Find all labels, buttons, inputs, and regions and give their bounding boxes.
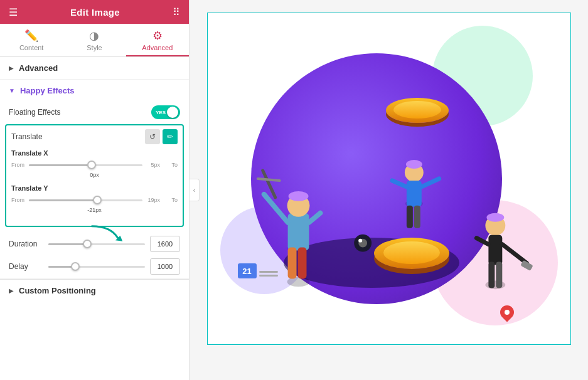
advanced-icon: ⚙ bbox=[152, 29, 163, 43]
toggle-yes-text: YES bbox=[156, 110, 166, 115]
pin-container bbox=[500, 305, 514, 319]
header-title: Edit Image bbox=[70, 7, 120, 18]
duration-row: Duration 1600 bbox=[0, 233, 189, 256]
delay-label: Delay bbox=[9, 262, 43, 271]
svg-point-13 bbox=[405, 160, 422, 169]
svg-rect-14 bbox=[406, 181, 421, 207]
translate-x-current: 0px bbox=[11, 172, 178, 178]
svg-line-18 bbox=[392, 181, 406, 187]
translate-refresh-button[interactable]: ↺ bbox=[145, 129, 160, 144]
delay-track bbox=[48, 266, 145, 268]
translate-y-slider-row: From 19px To bbox=[11, 194, 178, 206]
svg-line-17 bbox=[421, 179, 439, 187]
content-icon: ✏️ bbox=[24, 29, 38, 43]
translate-y-current: -21px bbox=[11, 207, 178, 213]
left-panel: ☰ Edit Image ⠿ ✏️ Content ◑ Style ⚙ Adva… bbox=[0, 0, 190, 380]
badge-number: 21 bbox=[242, 267, 251, 276]
section-advanced[interactable]: ▶ Advanced bbox=[0, 57, 189, 80]
tab-content-label: Content bbox=[19, 44, 44, 51]
dash-line-1 bbox=[259, 271, 278, 273]
right-area: 21 bbox=[190, 0, 588, 380]
section-happy-effects: ▼ Happy Effects Floating Effects YES Tra… bbox=[0, 80, 189, 279]
translate-x-thumb[interactable] bbox=[87, 161, 96, 169]
custom-pos-label: Custom Positioning bbox=[19, 286, 96, 295]
hamburger-icon[interactable]: ☰ bbox=[9, 6, 18, 18]
delay-slider[interactable] bbox=[48, 261, 145, 272]
collapse-panel-button[interactable]: ‹ bbox=[190, 179, 200, 201]
duration-thumb[interactable] bbox=[83, 240, 92, 248]
translate-x-row: Translate X From 5px To 0px bbox=[11, 149, 178, 178]
svg-line-25 bbox=[502, 245, 527, 263]
floating-effects-label: Floating Effects bbox=[9, 108, 61, 117]
svg-point-30 bbox=[358, 239, 362, 243]
svg-rect-24 bbox=[496, 261, 502, 288]
translate-x-slider[interactable] bbox=[29, 159, 142, 171]
delay-row: Delay 1000 bbox=[0, 256, 189, 278]
header: ☰ Edit Image ⠿ bbox=[0, 0, 189, 24]
characters-svg bbox=[208, 13, 570, 344]
svg-line-10 bbox=[309, 213, 320, 223]
panel-body: ▶ Advanced ▼ Happy Effects Floating Effe… bbox=[0, 57, 189, 380]
translate-edit-button[interactable]: ✏ bbox=[163, 129, 178, 144]
svg-rect-8 bbox=[287, 248, 296, 279]
tab-style[interactable]: ◑ Style bbox=[63, 24, 126, 56]
svg-line-7 bbox=[257, 179, 279, 181]
toggle-knob bbox=[167, 107, 178, 118]
svg-point-21 bbox=[486, 213, 504, 222]
custom-positioning[interactable]: ▶ Custom Positioning bbox=[0, 279, 189, 302]
translate-x-fill bbox=[29, 164, 92, 166]
svg-point-19 bbox=[485, 280, 505, 289]
style-icon: ◑ bbox=[89, 29, 99, 43]
svg-rect-2 bbox=[287, 213, 309, 251]
duration-input[interactable]: 1600 bbox=[150, 236, 180, 252]
translate-x-to-label: To bbox=[163, 162, 178, 168]
translate-x-label: Translate X bbox=[11, 149, 178, 157]
translate-actions: ↺ ✏ bbox=[145, 129, 178, 144]
translate-box: Translate ↺ ✏ Translate X From bbox=[5, 124, 184, 227]
svg-rect-15 bbox=[406, 206, 412, 228]
happy-effects-label: Happy Effects bbox=[20, 86, 75, 95]
advanced-section-label: Advanced bbox=[19, 63, 58, 73]
translate-y-from-label: From bbox=[11, 197, 26, 203]
translate-y-slider[interactable] bbox=[29, 194, 142, 206]
translate-header: Translate ↺ ✏ bbox=[11, 129, 178, 144]
svg-rect-23 bbox=[488, 261, 494, 288]
floating-effects-toggle[interactable]: YES bbox=[151, 105, 180, 119]
translate-x-slider-row: From 5px To bbox=[11, 159, 178, 171]
svg-point-4 bbox=[288, 191, 308, 201]
custom-pos-arrow-icon: ▶ bbox=[9, 287, 14, 294]
pin-dot bbox=[505, 310, 510, 315]
svg-rect-9 bbox=[297, 248, 306, 279]
translate-y-label: Translate Y bbox=[11, 184, 178, 192]
translate-y-fill bbox=[29, 199, 97, 201]
happy-effects-header[interactable]: ▼ Happy Effects bbox=[0, 80, 189, 102]
delay-input[interactable]: 1000 bbox=[150, 258, 180, 275]
grid-icon[interactable]: ⠿ bbox=[173, 6, 180, 18]
tabs-bar: ✏️ Content ◑ Style ⚙ Advanced bbox=[0, 24, 189, 57]
translate-y-thumb[interactable] bbox=[93, 196, 102, 204]
duration-slider[interactable] bbox=[48, 238, 145, 250]
translate-y-to-label: To bbox=[163, 197, 178, 203]
translate-y-value: 19px bbox=[145, 197, 160, 203]
duration-label: Duration bbox=[9, 240, 43, 248]
delay-thumb[interactable] bbox=[71, 262, 80, 271]
svg-rect-16 bbox=[414, 206, 420, 228]
tab-content[interactable]: ✏️ Content bbox=[0, 24, 63, 56]
duration-fill bbox=[48, 243, 87, 245]
number-badge: 21 bbox=[238, 263, 257, 278]
advanced-arrow-icon: ▶ bbox=[9, 65, 14, 71]
translate-x-track bbox=[29, 164, 142, 166]
floating-effects-row: Floating Effects YES bbox=[0, 102, 189, 124]
translate-label: Translate bbox=[11, 132, 43, 141]
translate-y-track bbox=[29, 199, 142, 201]
svg-line-27 bbox=[476, 238, 488, 245]
translate-y-row: Translate Y From 19px To -21px bbox=[11, 184, 178, 213]
duration-track bbox=[48, 243, 145, 245]
illustration: 21 bbox=[208, 13, 570, 344]
translate-x-from-label: From bbox=[11, 162, 26, 168]
happy-effects-arrow-icon: ▼ bbox=[9, 87, 15, 94]
dash-line-2 bbox=[259, 275, 278, 277]
tab-advanced-label: Advanced bbox=[142, 44, 173, 51]
tab-advanced[interactable]: ⚙ Advanced bbox=[126, 24, 189, 56]
canvas-frame[interactable]: 21 bbox=[207, 13, 571, 345]
